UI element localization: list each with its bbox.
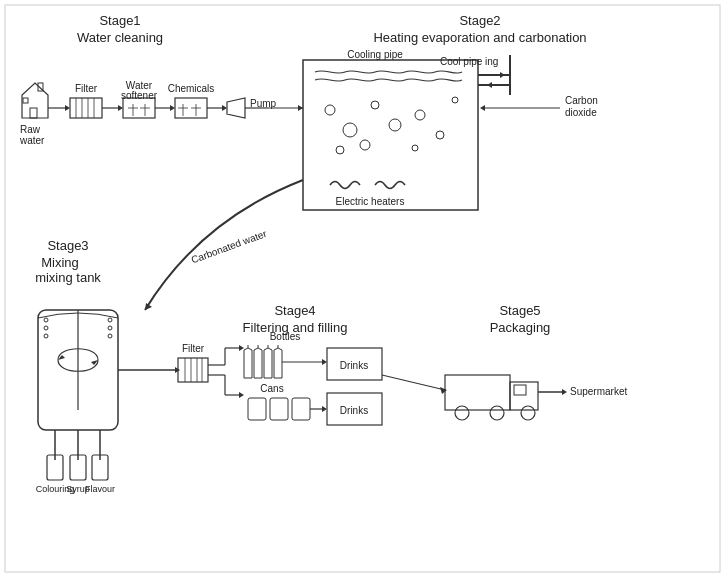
stage3-subtitle1: Mixing xyxy=(41,255,79,270)
filter-label: Filter xyxy=(75,83,98,94)
pump-label: Pump xyxy=(250,98,277,109)
diagram: Stage1 Water cleaning Raw water Filter W… xyxy=(0,0,725,577)
carbon-dioxide-label: Carbon xyxy=(565,95,598,106)
stage3-title: Stage3 xyxy=(47,238,88,253)
cool-pipe-ing-label: Cool pipe ing xyxy=(440,56,498,67)
stage1-subtitle: Water cleaning xyxy=(77,30,163,45)
stage2-subtitle: Heating evaporation and carbonation xyxy=(373,30,586,45)
carbon-dioxide-label2: dioxide xyxy=(565,107,597,118)
chemicals-label: Chemicals xyxy=(168,83,215,94)
cooling-pipe-label: Cooling pipe xyxy=(347,49,403,60)
cans-label: Cans xyxy=(260,383,283,394)
stage5-subtitle: Packaging xyxy=(490,320,551,335)
stage1-title: Stage1 xyxy=(99,13,140,28)
raw-water-label: Raw xyxy=(20,124,41,135)
drinks1-label: Drinks xyxy=(340,360,368,371)
flavour-label: Flavour xyxy=(85,484,115,494)
bottles-label: Bottles xyxy=(270,331,301,342)
water-softener-label2: softener xyxy=(121,90,158,101)
stage2-title: Stage2 xyxy=(459,13,500,28)
electric-heaters-label: Electric heaters xyxy=(336,196,405,207)
filter2-label: Filter xyxy=(182,343,205,354)
stage5-title: Stage5 xyxy=(499,303,540,318)
drinks2-label: Drinks xyxy=(340,405,368,416)
stage4-title: Stage4 xyxy=(274,303,315,318)
supermarket-label: Supermarket xyxy=(570,386,627,397)
raw-water-label2: water xyxy=(19,135,45,146)
stage3-subtitle2: mixing tank xyxy=(35,270,101,285)
